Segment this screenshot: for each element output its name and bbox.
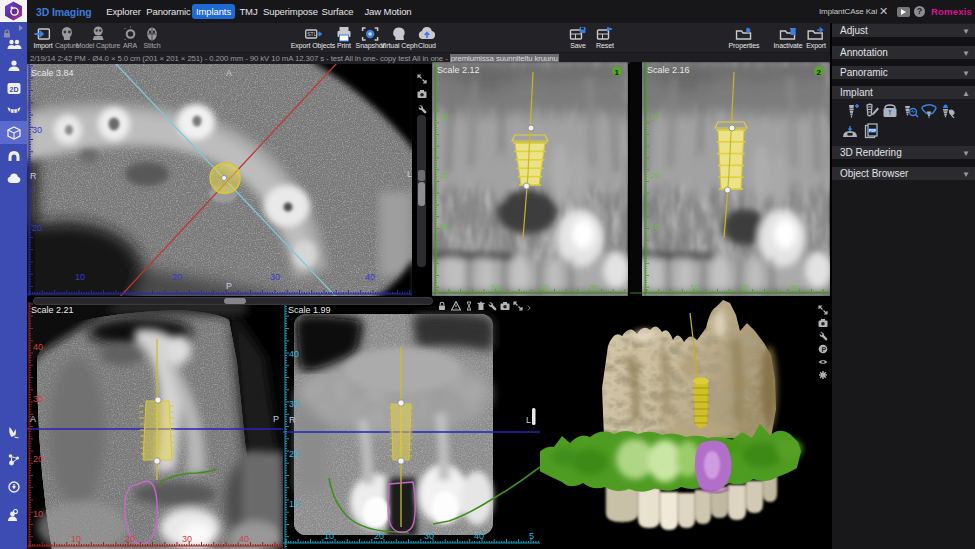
svg-text:40: 40 bbox=[365, 272, 375, 282]
svg-text:10: 10 bbox=[71, 534, 81, 544]
svg-text:30: 30 bbox=[182, 534, 192, 544]
svg-text:10: 10 bbox=[324, 531, 334, 541]
svg-text:10: 10 bbox=[75, 272, 85, 282]
svg-text:30: 30 bbox=[424, 531, 434, 541]
svg-text:20: 20 bbox=[440, 171, 449, 180]
svg-text:40: 40 bbox=[474, 531, 484, 541]
svg-text:40: 40 bbox=[33, 342, 43, 352]
svg-text:20: 20 bbox=[540, 283, 549, 292]
svg-text:STL: STL bbox=[307, 31, 316, 37]
svg-text:1: 1 bbox=[615, 68, 620, 77]
svg-text:40: 40 bbox=[289, 349, 299, 359]
svg-text:5: 5 bbox=[529, 531, 534, 541]
svg-text:10: 10 bbox=[650, 222, 659, 231]
svg-text:10: 10 bbox=[440, 222, 449, 231]
svg-text:20: 20 bbox=[650, 171, 659, 180]
svg-text:30: 30 bbox=[270, 272, 280, 282]
svg-text:20: 20 bbox=[289, 449, 299, 459]
svg-text:30: 30 bbox=[790, 283, 799, 292]
svg-text:20: 20 bbox=[740, 283, 749, 292]
svg-text:20: 20 bbox=[374, 531, 384, 541]
svg-text:20: 20 bbox=[32, 223, 42, 233]
svg-text:10: 10 bbox=[289, 499, 299, 509]
svg-text:10: 10 bbox=[440, 112, 449, 121]
svg-text:30: 30 bbox=[289, 399, 299, 409]
svg-text:20: 20 bbox=[172, 272, 182, 282]
svg-text:20: 20 bbox=[125, 534, 135, 544]
svg-text:10: 10 bbox=[33, 509, 43, 519]
svg-text:10: 10 bbox=[690, 283, 699, 292]
svg-text:10: 10 bbox=[491, 283, 500, 292]
svg-text:40: 40 bbox=[239, 534, 249, 544]
svg-text:10: 10 bbox=[650, 112, 659, 121]
svg-text:2: 2 bbox=[817, 68, 822, 77]
svg-text:30: 30 bbox=[32, 125, 42, 135]
svg-text:P: P bbox=[821, 346, 826, 353]
svg-text:20: 20 bbox=[33, 454, 43, 464]
svg-text:30: 30 bbox=[589, 283, 598, 292]
svg-text:PDF: PDF bbox=[869, 129, 877, 133]
svg-text:30: 30 bbox=[33, 394, 43, 404]
svg-text:2D: 2D bbox=[9, 86, 18, 93]
